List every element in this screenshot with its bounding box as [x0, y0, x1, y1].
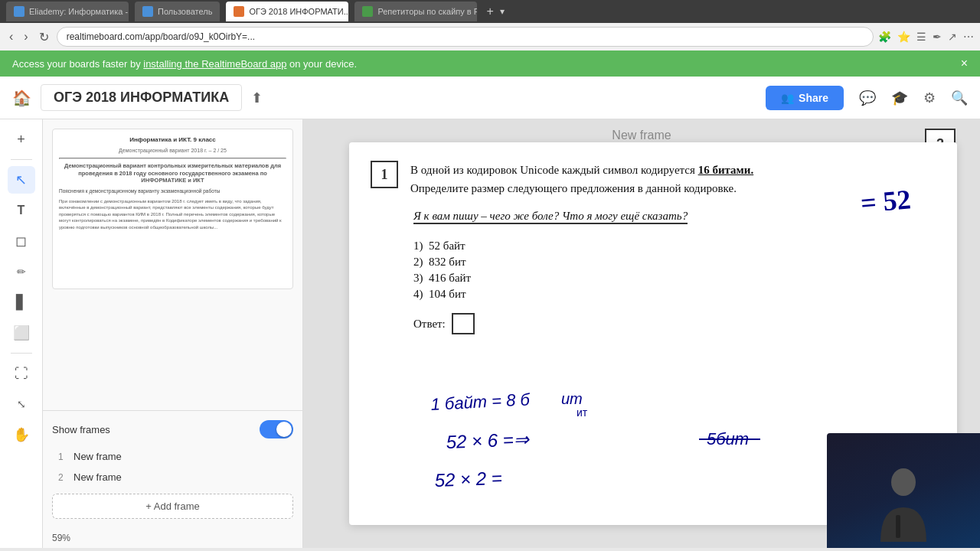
svg-text:ит: ит: [577, 406, 588, 419]
left-tools: + ↖ T ◻ ✏ ▋ ⬜ ⛶ ⤡ ✋: [0, 119, 43, 548]
share-label: Share: [799, 92, 828, 104]
fullscreen-tool[interactable]: ⛶: [8, 360, 35, 387]
tab-label-oge: ОГЭ 2018 ИНФОРМАТИ...: [249, 7, 348, 16]
frame-list: 1 New frame 2 New frame: [52, 448, 293, 486]
tab-favicon-eliademy: [14, 6, 24, 17]
answer-3: 3) 416 байт: [413, 272, 936, 285]
add-tool[interactable]: +: [8, 126, 35, 153]
tab-list-button[interactable]: ▾: [500, 6, 505, 17]
graduate-icon[interactable]: 🎓: [891, 90, 908, 106]
banner-link[interactable]: installing the RealtimeBoard app: [143, 58, 286, 70]
svg-rect-8: [896, 515, 900, 538]
tab-repetitor[interactable]: Репетиторы по скайпу в Р... ×: [354, 2, 477, 21]
question-text: В одной из кодировок Unicode каждый симв…: [410, 161, 753, 197]
answer-row: Ответ:: [413, 313, 936, 334]
url-text: realtimeboard.com/app/board/o9J_k0OirbY=…: [67, 31, 255, 42]
answer-2: 2) 832 бит: [413, 256, 936, 269]
url-bar[interactable]: realtimeboard.com/app/board/o9J_k0OirbY=…: [57, 27, 874, 47]
share-ext-icon[interactable]: ↗: [948, 31, 957, 43]
frame-item-2[interactable]: 2 New frame: [52, 468, 293, 486]
toolbar: 🏠 ОГЭ 2018 ИНФОРМАТИКА ⬆ 👥 Share 💬 🎓 ⚙ 🔍: [0, 77, 980, 119]
bookmark-icon[interactable]: ⭐: [897, 31, 910, 43]
svg-text:52 × 6 =⇒: 52 × 6 =⇒: [446, 429, 530, 452]
home-button[interactable]: 🏠: [12, 89, 31, 107]
text-tool[interactable]: T: [8, 197, 35, 224]
preview-title: Информатика и ИКТ. 9 класс: [59, 135, 286, 144]
sticky-tool[interactable]: ⬜: [8, 319, 35, 347]
search-icon[interactable]: 🔍: [951, 90, 968, 106]
sidebar-controls: Show frames 1 New frame 2 New frame: [43, 410, 302, 528]
install-banner: Access your boards faster by installing …: [0, 51, 980, 77]
tab-oge[interactable]: ОГЭ 2018 ИНФОРМАТИ... ×: [226, 2, 348, 21]
answer-box[interactable]: [452, 313, 475, 334]
app: 🏠 ОГЭ 2018 ИНФОРМАТИКА ⬆ 👥 Share 💬 🎓 ⚙ 🔍…: [0, 77, 980, 548]
preview-body: Демонстрационный вариант контрольных изм…: [59, 162, 286, 230]
svg-point-7: [891, 468, 916, 496]
svg-text:ит: ит: [561, 390, 583, 407]
sidebar: Информатика и ИКТ. 9 класс Демонстрацион…: [43, 119, 303, 548]
answer-annotation: = 52: [860, 183, 913, 220]
add-frame-button[interactable]: + Add frame: [52, 494, 293, 519]
frame-name-1: New frame: [74, 451, 122, 462]
share-button[interactable]: 👥 Share: [766, 86, 844, 110]
nav-icons: 🧩 ⭐ ☰ ✒ ↗ ⋯: [878, 31, 974, 43]
tab-favicon-user: [142, 6, 153, 17]
question-bold: 16 битами.: [698, 164, 754, 176]
tab-label-eliademy: Eliademy: Информатика - с ...: [29, 7, 129, 16]
answer-1: 1) 52 байт: [413, 240, 936, 253]
comment-icon[interactable]: 💬: [859, 90, 876, 106]
person-silhouette: [873, 465, 934, 542]
frame-num-1: 1: [58, 452, 67, 462]
question-header: 1 В одной из кодировок Unicode каждый си…: [371, 161, 936, 197]
zoom-tool[interactable]: ⤡: [8, 390, 35, 418]
menu-icon[interactable]: ☰: [916, 31, 926, 43]
share-icon: 👥: [781, 92, 794, 104]
hand-tool[interactable]: ✋: [8, 421, 35, 448]
settings-icon[interactable]: ⚙: [923, 90, 936, 106]
new-tab-button[interactable]: +: [486, 5, 493, 18]
tab-favicon-repetitor: [362, 6, 373, 17]
svg-text:1 байт = 8 б: 1 байт = 8 б: [430, 390, 531, 414]
frame-num-2: 2: [58, 472, 67, 483]
pen-tool[interactable]: ✏: [8, 258, 35, 285]
reload-button[interactable]: ↻: [36, 28, 52, 46]
answers-list: 1) 52 байт 2) 832 бит 3) 416 байт 4) 104…: [413, 240, 936, 301]
toggle-knob: [276, 422, 292, 437]
canvas[interactable]: New frame 2 1 В одной из кодировок Unico…: [303, 119, 980, 548]
more-icon[interactable]: ⋯: [963, 31, 974, 43]
tab-user[interactable]: Пользователь: [135, 2, 220, 21]
extensions-icon[interactable]: 🧩: [878, 31, 891, 43]
preview-thumbnail: Информатика и ИКТ. 9 класс Демонстрацион…: [52, 129, 293, 289]
frame-item-1[interactable]: 1 New frame: [52, 448, 293, 465]
preview-subtitle: Демонстрационный вариант 2018 г. – 2 / 2…: [59, 147, 286, 155]
cursor-tool[interactable]: ↖: [8, 166, 35, 194]
show-frames-row: Show frames: [52, 420, 293, 439]
show-frames-toggle[interactable]: [260, 420, 293, 439]
pen-icon[interactable]: ✒: [933, 31, 942, 43]
show-frames-label: Show frames: [52, 424, 110, 435]
frame-name-2: New frame: [74, 471, 122, 483]
zoom-level: 59%: [43, 528, 302, 548]
tab-eliademy[interactable]: Eliademy: Информатика - с ...: [6, 2, 129, 21]
svg-text:52 × 2 =: 52 × 2 =: [434, 468, 502, 491]
upload-button[interactable]: ⬆: [251, 90, 263, 106]
tool-separator-1: [11, 159, 32, 160]
main-area: + ↖ T ◻ ✏ ▋ ⬜ ⛶ ⤡ ✋ Информатика и ИКТ. 9…: [0, 119, 980, 548]
eraser-tool[interactable]: ◻: [8, 227, 35, 255]
tab-favicon-oge: [234, 6, 244, 17]
tab-label-user: Пользователь: [158, 7, 212, 16]
webcam-overlay: [827, 433, 980, 548]
forward-button[interactable]: ›: [21, 28, 31, 45]
answer-label: Ответ:: [413, 318, 446, 331]
frame-label: New frame: [612, 129, 671, 142]
banner-close-button[interactable]: ×: [961, 57, 968, 70]
question-area: 1 В одной из кодировок Unicode каждый си…: [349, 142, 957, 353]
answer-4: 4) 104 бит: [413, 288, 936, 301]
board-title[interactable]: ОГЭ 2018 ИНФОРМАТИКА: [41, 84, 242, 111]
sidebar-preview: Информатика и ИКТ. 9 класс Демонстрацион…: [43, 119, 302, 410]
question-number: 1: [371, 161, 398, 188]
back-button[interactable]: ‹: [6, 28, 16, 45]
browser-chrome: Eliademy: Информатика - с ... Пользовате…: [0, 0, 980, 23]
browser-nav: ‹ › ↻ realtimeboard.com/app/board/o9J_k0…: [0, 23, 980, 51]
marker-tool[interactable]: ▋: [8, 289, 35, 316]
